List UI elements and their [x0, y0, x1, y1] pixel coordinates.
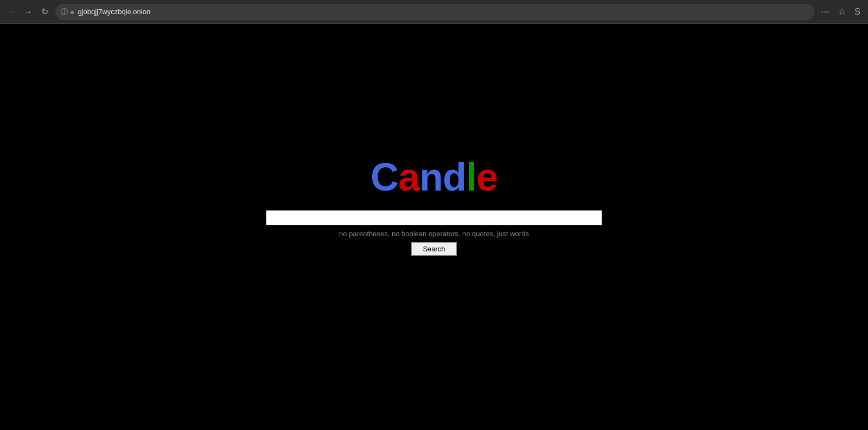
site-logo: Candle — [371, 155, 497, 199]
back-button[interactable]: ← — [4, 4, 20, 20]
search-button[interactable]: Search — [411, 242, 456, 256]
address-bar-icons: ⓘ ● — [61, 7, 74, 17]
forward-button[interactable]: → — [21, 4, 36, 20]
url-text: gjobqjj7wyczbqie.onion — [78, 8, 809, 16]
tor-icon: ● — [70, 8, 74, 16]
logo-letter-C: C — [371, 155, 398, 199]
nav-buttons: ← → ↻ — [4, 4, 52, 20]
browser-right-buttons: ⋯ ☆ S — [818, 4, 864, 19]
browser-chrome: ← → ↻ ⓘ ● gjobqjj7wyczbqie.onion ⋯ ☆ S — [0, 0, 868, 24]
search-form: no parentheses, no boolean operators, no… — [266, 210, 602, 256]
search-hint: no parentheses, no boolean operators, no… — [339, 230, 529, 238]
page-content: Candle no parentheses, no boolean operat… — [0, 24, 868, 430]
logo-letter-a: a — [398, 155, 419, 199]
profile-button[interactable]: S — [851, 5, 864, 19]
refresh-button[interactable]: ↻ — [37, 4, 52, 20]
address-bar[interactable]: ⓘ ● gjobqjj7wyczbqie.onion — [55, 4, 814, 20]
bookmark-button[interactable]: ☆ — [835, 4, 849, 19]
logo-letter-n: n — [419, 155, 443, 199]
logo-letter-d: d — [443, 155, 466, 199]
search-input[interactable] — [266, 210, 602, 225]
info-icon: ⓘ — [61, 7, 68, 17]
logo-letter-e: e — [476, 155, 497, 199]
menu-button[interactable]: ⋯ — [818, 4, 833, 19]
logo-letter-l: l — [466, 155, 476, 199]
